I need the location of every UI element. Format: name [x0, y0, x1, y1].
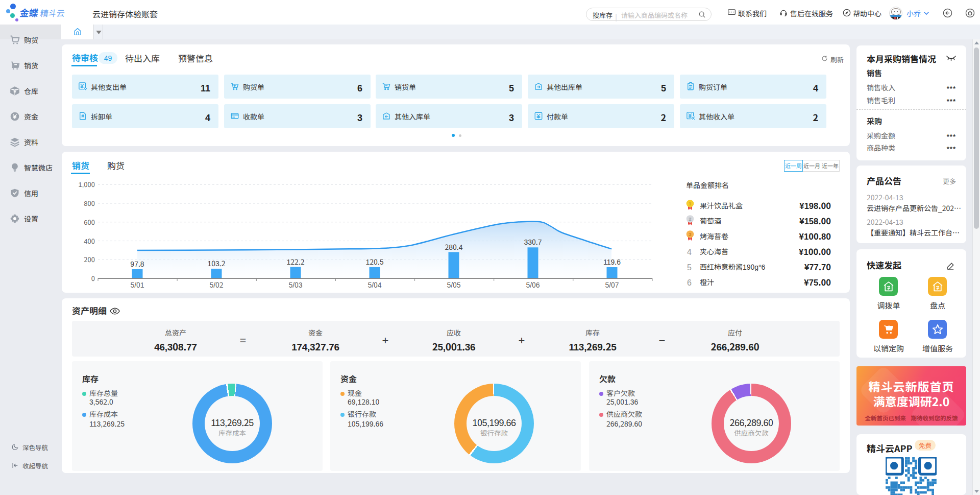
svg-text:1: 1	[689, 201, 692, 206]
svg-text:0: 0	[91, 273, 95, 283]
svg-text:5/07: 5/07	[605, 279, 619, 290]
svg-text:97.8: 97.8	[130, 258, 144, 269]
svg-text:800: 800	[84, 198, 95, 208]
svg-text:5/06: 5/06	[526, 279, 540, 290]
svg-text:200: 200	[84, 254, 95, 264]
svg-text:103.2: 103.2	[207, 258, 225, 268]
svg-text:119.6: 119.6	[603, 256, 621, 267]
svg-text:3: 3	[689, 231, 691, 237]
svg-text:400: 400	[84, 236, 95, 246]
svg-text:122.2: 122.2	[287, 256, 305, 267]
svg-text:5/05: 5/05	[447, 279, 460, 290]
svg-text:2: 2	[689, 216, 691, 222]
svg-text:5/02: 5/02	[209, 279, 223, 290]
svg-text:5/03: 5/03	[288, 279, 302, 290]
svg-text:330.7: 330.7	[524, 237, 542, 247]
svg-text:600: 600	[84, 217, 95, 227]
svg-text:5/01: 5/01	[130, 279, 144, 290]
svg-text:280.4: 280.4	[445, 242, 462, 252]
svg-text:5/04: 5/04	[368, 279, 381, 290]
svg-text:1,000: 1,000	[79, 179, 95, 189]
svg-text:120.5: 120.5	[365, 256, 383, 267]
